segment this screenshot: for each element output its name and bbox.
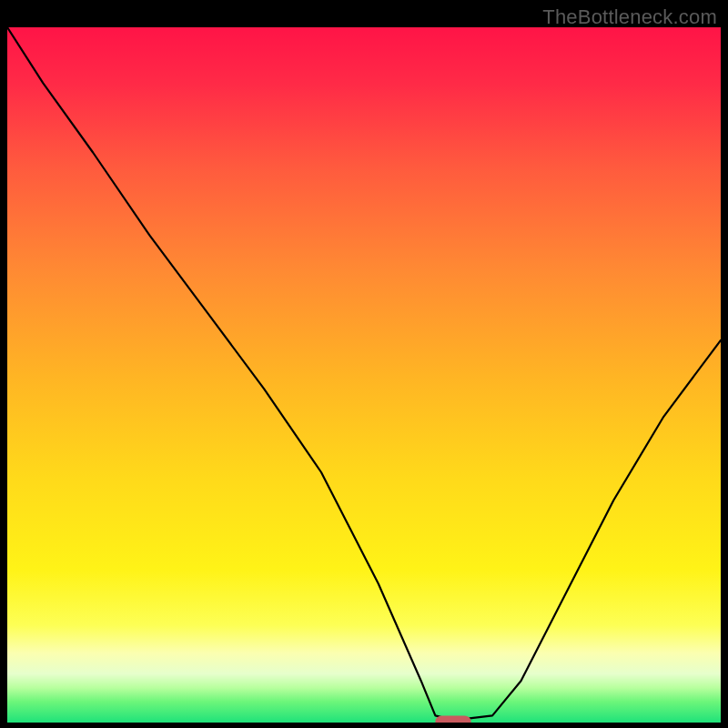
bottleneck-chart xyxy=(7,27,721,723)
sweet-spot-marker xyxy=(435,716,470,723)
plot-background xyxy=(7,27,721,723)
chart-container: TheBottleneck.com xyxy=(0,0,728,728)
watermark-label: TheBottleneck.com xyxy=(542,5,717,29)
